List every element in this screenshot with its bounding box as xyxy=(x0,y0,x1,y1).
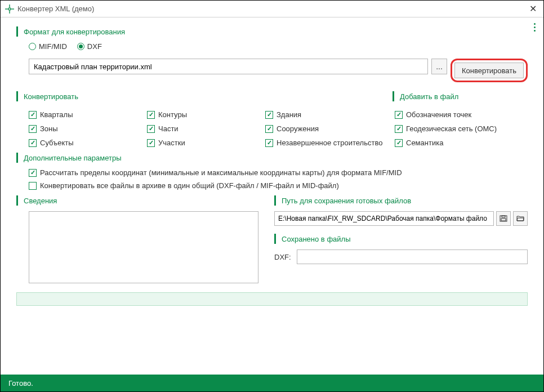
checkbox-geodetic[interactable]: Геодезическая сеть (ОМС) xyxy=(395,124,519,133)
svg-rect-7 xyxy=(501,219,506,221)
open-folder-button[interactable] xyxy=(513,211,528,226)
section-info: Сведения xyxy=(16,195,258,206)
svg-point-0 xyxy=(8,8,11,10)
checkbox-parcels[interactable]: Участки xyxy=(147,139,265,147)
browse-button[interactable]: ... xyxy=(431,59,447,74)
checkbox-parts[interactable]: Части xyxy=(147,124,265,133)
section-extra: Дополнительные параметры xyxy=(16,153,528,163)
section-format-label: Формат для конвертирования xyxy=(24,28,125,36)
radio-dxf-label: DXF xyxy=(87,42,102,51)
section-format: Формат для конвертирования xyxy=(16,26,528,37)
progress-bar xyxy=(16,292,528,306)
svg-rect-6 xyxy=(502,216,505,217)
status-text: Готово. xyxy=(8,379,33,387)
app-icon xyxy=(5,5,14,14)
radio-mifmid[interactable]: MIF/MID xyxy=(29,42,67,51)
convert-button-highlight: Конвертировать xyxy=(451,59,528,82)
section-append-label: Добавить в файл xyxy=(400,92,458,101)
checkbox-subjects[interactable]: Субъекты xyxy=(29,139,147,147)
kebab-menu-icon[interactable] xyxy=(532,21,538,34)
checkbox-semantics[interactable]: Семантика xyxy=(395,139,519,147)
source-file-input[interactable] xyxy=(29,59,428,74)
checkbox-buildings[interactable]: Здания xyxy=(265,110,395,119)
checkbox-merge-archive[interactable]: Конвертировать все файлы в архиве в один… xyxy=(29,181,528,190)
section-convert: Конвертировать xyxy=(16,91,393,101)
section-savepath-label: Путь для сохранения готовых файлов xyxy=(282,197,411,205)
section-info-label: Сведения xyxy=(24,197,57,205)
checkbox-calc-bounds[interactable]: Рассчитать пределы координат (минимальны… xyxy=(29,168,528,177)
save-path-button[interactable] xyxy=(496,211,511,226)
section-extra-label: Дополнительные параметры xyxy=(24,154,122,162)
save-icon xyxy=(500,215,507,222)
folder-open-icon xyxy=(516,215,524,222)
section-convert-label: Конвертировать xyxy=(24,92,78,101)
dxf-output-field[interactable] xyxy=(297,250,528,264)
radio-dxf[interactable]: DXF xyxy=(77,42,102,51)
window-title: Конвертер XML (демо) xyxy=(17,5,527,13)
radio-mifmid-label: MIF/MID xyxy=(39,42,67,51)
section-savepath: Путь для сохранения готовых файлов xyxy=(274,195,528,206)
convert-button[interactable]: Конвертировать xyxy=(454,63,524,78)
checkbox-contours[interactable]: Контуры xyxy=(147,110,265,119)
save-path-input[interactable] xyxy=(274,211,494,226)
checkbox-quarters[interactable]: Кварталы xyxy=(29,110,147,119)
section-saved: Сохранено в файлы xyxy=(274,234,528,244)
status-bar: Готово. xyxy=(1,375,543,391)
section-append: Добавить в файл xyxy=(393,91,528,101)
checkbox-constructions[interactable]: Сооружения xyxy=(265,124,395,133)
close-icon[interactable]: ✕ xyxy=(527,3,539,14)
checkbox-unfinished[interactable]: Незавершенное строительство xyxy=(265,139,395,147)
section-saved-label: Сохранено в файлы xyxy=(282,235,351,243)
info-textarea[interactable] xyxy=(29,211,258,283)
checkbox-pointlabels[interactable]: Обозначения точек xyxy=(395,110,519,119)
dxf-label: DXF: xyxy=(274,253,292,261)
titlebar: Конвертер XML (демо) ✕ xyxy=(1,1,543,17)
checkbox-zones[interactable]: Зоны xyxy=(29,124,147,133)
